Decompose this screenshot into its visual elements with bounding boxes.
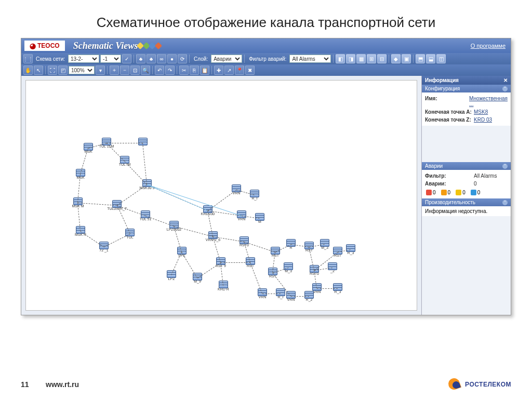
network-canvas[interactable]: MSKMSKMSK MMSK RTUL 11MTUL IMTUL092R_7MS… bbox=[25, 80, 417, 311]
tool-d[interactable]: ⊞ bbox=[367, 54, 376, 63]
zoom-region-icon[interactable]: ◰ bbox=[58, 65, 68, 75]
alarm-minor-count: 0 bbox=[462, 190, 466, 195]
network-link bbox=[221, 262, 250, 263]
tool-b[interactable]: ◨ bbox=[346, 54, 355, 63]
section-performance[interactable]: Производительность ˄ bbox=[422, 198, 511, 206]
layer-select[interactable]: Аварии bbox=[211, 55, 242, 63]
add-icon[interactable]: ✚ bbox=[214, 65, 223, 75]
chevron-up-icon: ˄ bbox=[502, 86, 508, 91]
network-link bbox=[250, 262, 262, 294]
alarm-critical-count: 0 bbox=[433, 190, 436, 195]
network-node[interactable]: R_I bbox=[249, 190, 260, 200]
toolbar-secondary: ✋ ↖ ⛶ ◰ 100% ▾ ＋ － ⊡ 🔍 ↶ ↷ ✂ ⎘ 📋 ✚ ↗ 📍 ✖ bbox=[21, 64, 511, 76]
zoom-in-icon[interactable]: ＋ bbox=[110, 65, 119, 75]
panel-header: Информация ✕ bbox=[422, 76, 511, 85]
copy-icon[interactable]: ⎘ bbox=[190, 65, 199, 75]
toolbar-primary: ⋮⋮ Схема сети: 13-2- -1 ✓ ♣ ♣ ∞ ● ⟳ Слой… bbox=[21, 53, 511, 64]
section-perf-title: Производительность bbox=[425, 200, 475, 205]
paste-icon[interactable]: 📋 bbox=[200, 65, 209, 75]
logo: ◕ TEOCO bbox=[24, 41, 65, 51]
rostelecom-logo: РОСТЕЛЕКОМ bbox=[447, 377, 511, 392]
schema-label: Схема сети: bbox=[34, 56, 67, 62]
redo-icon[interactable]: ↷ bbox=[165, 65, 175, 75]
tool-h[interactable]: ⬒ bbox=[416, 54, 425, 63]
go-button[interactable]: ✓ bbox=[122, 54, 131, 63]
side-panel: Информация ✕ Конфигурация ˄ Имя: Множест… bbox=[421, 76, 511, 315]
pointer-icon[interactable]: ↖ bbox=[34, 65, 43, 75]
network-node[interactable]: KRD R bbox=[218, 281, 229, 291]
zoom-fit-icon[interactable]: ⛶ bbox=[48, 65, 57, 75]
hand-icon[interactable]: ✋ bbox=[23, 65, 33, 75]
footer-url: www.rt.ru bbox=[46, 380, 79, 389]
cut-icon[interactable]: ✂ bbox=[179, 65, 189, 75]
schema-select-b[interactable]: -1 bbox=[100, 55, 121, 63]
pin-icon[interactable]: 📍 bbox=[235, 65, 244, 75]
alarm-info-count: 0 bbox=[477, 190, 481, 195]
refresh-icon[interactable]: ⟳ bbox=[178, 54, 187, 63]
zoom-out-icon[interactable]: － bbox=[120, 65, 129, 75]
config-body: Имя: Множественная ... Конечная точка A:… bbox=[422, 92, 511, 126]
network-link bbox=[291, 296, 309, 297]
zoom-select[interactable]: 100% bbox=[69, 66, 95, 74]
section-alarms[interactable]: Аварии ˄ bbox=[422, 162, 511, 170]
tool-a[interactable]: ◧ bbox=[336, 54, 345, 63]
network-link bbox=[80, 231, 104, 247]
grip-icon: ⋮⋮ bbox=[23, 54, 33, 63]
network-link bbox=[147, 184, 242, 216]
alarm-minor-icon bbox=[456, 190, 461, 195]
endpoint-a-label: Конечная точка A: bbox=[425, 109, 472, 115]
section-config[interactable]: Конфигурация ˄ bbox=[422, 85, 511, 92]
search-icon[interactable]: 🔍 bbox=[141, 65, 150, 75]
alarm-info-icon bbox=[471, 190, 476, 195]
slide-footer: 11 www.rt.ru РОСТЕЛЕКОМ bbox=[21, 377, 511, 392]
tool-g[interactable]: ▣ bbox=[402, 54, 411, 63]
tree-icon-1[interactable]: ♣ bbox=[136, 54, 145, 63]
alarm-count-label: Аварии: bbox=[425, 181, 472, 187]
logo-text: TEOCO bbox=[37, 42, 60, 49]
tool-i[interactable]: ⬓ bbox=[426, 54, 435, 63]
chevron-up-icon: ˄ bbox=[502, 164, 508, 169]
network-link bbox=[262, 294, 281, 294]
network-link bbox=[317, 288, 338, 289]
undo-icon[interactable]: ↶ bbox=[155, 65, 164, 75]
delete-icon[interactable]: ✖ bbox=[245, 65, 255, 75]
titlebar: ◕ TEOCO Schematic Views О программе bbox=[21, 38, 511, 53]
zoom-1to1-icon[interactable]: ⊡ bbox=[130, 65, 140, 75]
name-value[interactable]: Множественная ... bbox=[469, 96, 508, 107]
node-icon[interactable]: ● bbox=[167, 54, 177, 63]
zoom-step-icon[interactable]: ▾ bbox=[96, 65, 105, 75]
canvas-wrap: MSKMSKMSK MMSK RTUL 11MTUL IMTUL092R_7MS… bbox=[21, 76, 421, 315]
network-link bbox=[147, 184, 208, 211]
close-icon[interactable]: ✕ bbox=[503, 77, 508, 83]
tool-j[interactable]: ◫ bbox=[436, 54, 446, 63]
link-icon[interactable]: ∞ bbox=[157, 54, 166, 63]
add-link-icon[interactable]: ↗ bbox=[224, 65, 234, 75]
tool-f[interactable]: ◆ bbox=[391, 54, 401, 63]
endpoint-a-value[interactable]: MSK8 bbox=[474, 109, 508, 115]
network-link bbox=[142, 143, 147, 184]
alarm-count-value: 0 bbox=[474, 181, 508, 187]
filter-label: Фильтр аварий: bbox=[247, 56, 288, 62]
endpoint-z-value[interactable]: KRD 03 bbox=[474, 117, 508, 123]
tree-icon-2[interactable]: ♣ bbox=[147, 54, 156, 63]
network-link bbox=[208, 190, 237, 211]
network-link bbox=[106, 143, 125, 162]
alarm-filter-select[interactable]: All Alarms bbox=[289, 55, 331, 63]
schema-select-a[interactable]: 13-2- bbox=[68, 55, 99, 63]
tool-c[interactable]: ▦ bbox=[356, 54, 366, 63]
network-link bbox=[124, 161, 147, 185]
layer-label: Слой: bbox=[192, 56, 210, 62]
tool-e[interactable]: ⊟ bbox=[377, 54, 387, 63]
alarm-critical-icon bbox=[426, 190, 432, 195]
app-title: Schematic Views bbox=[68, 41, 138, 51]
alarm-filter-value: All Alarms bbox=[474, 173, 508, 179]
rostelecom-text: РОСТЕЛЕКОМ bbox=[465, 381, 511, 388]
network-link bbox=[104, 234, 130, 247]
page-number: 11 bbox=[21, 380, 36, 389]
chevron-up-icon: ˄ bbox=[502, 200, 508, 205]
section-config-title: Конфигурация bbox=[425, 86, 460, 91]
about-link[interactable]: О программе bbox=[471, 43, 511, 49]
app-window: ◕ TEOCO Schematic Views О программе ⋮⋮ С… bbox=[21, 38, 511, 315]
network-link bbox=[197, 262, 221, 278]
network-link bbox=[181, 252, 197, 278]
